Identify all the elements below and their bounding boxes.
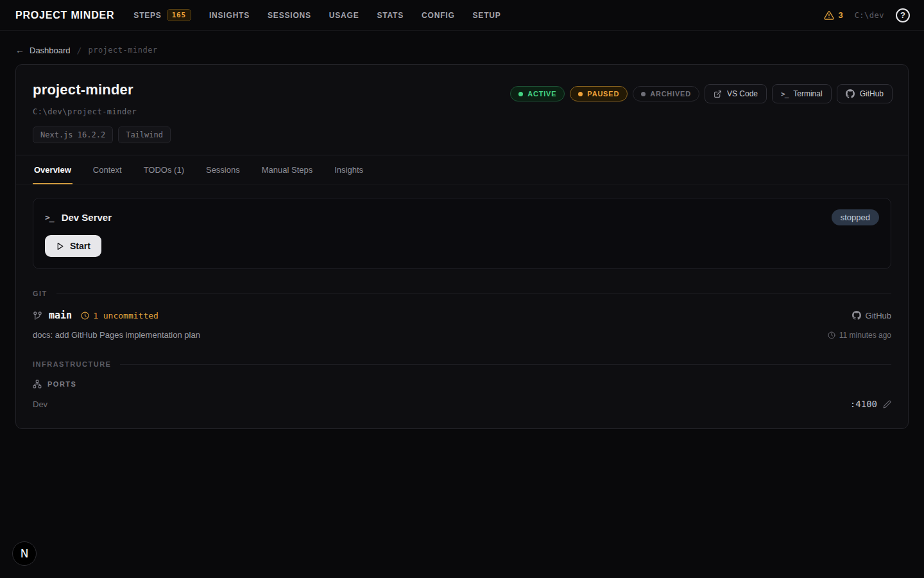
- project-path: C:\dev\project-minder: [33, 107, 171, 116]
- app-logo: PROJECT MINDER: [15, 10, 114, 21]
- status-dot-icon: [578, 92, 583, 96]
- latest-commit-row: docs: add GitHub Pages implementation pl…: [33, 330, 891, 340]
- tech-badge-tailwind: Tailwind: [118, 127, 171, 143]
- steps-count-badge: 165: [167, 9, 191, 21]
- tab-manual-steps[interactable]: Manual Steps: [261, 155, 314, 184]
- project-identity: project-minder C:\dev\project-minder Nex…: [33, 82, 171, 143]
- dev-server-title: Dev Server: [62, 212, 112, 223]
- status-dot-icon: [518, 92, 523, 96]
- open-vscode-button[interactable]: VS Code: [705, 84, 767, 103]
- cwd-path: C:\dev: [855, 11, 884, 20]
- terminal-icon: >_: [45, 213, 54, 222]
- nav-item-config[interactable]: CONFIG: [422, 11, 454, 20]
- dev-server-header: >_ Dev Server stopped: [45, 209, 879, 225]
- dev-server-title-group: >_ Dev Server: [45, 212, 112, 223]
- git-section-header: GIT: [33, 290, 891, 297]
- nav-item-label: STEPS: [133, 11, 161, 20]
- nav-item-insights[interactable]: INSIGHTS: [209, 11, 250, 20]
- git-branch-row: main 1 uncommitted GitHub: [33, 310, 891, 321]
- status-toggle-paused[interactable]: PAUSED: [570, 86, 628, 101]
- github-remote-label: GitHub: [866, 311, 891, 320]
- commit-time-label: 11 minutes ago: [839, 331, 891, 340]
- question-mark-icon: ?: [900, 10, 905, 20]
- infrastructure-section-label: INFRASTRUCTURE: [33, 360, 111, 368]
- network-ports-icon: [33, 380, 42, 389]
- git-branch-name: main: [49, 310, 72, 321]
- tab-insights[interactable]: Insights: [333, 155, 364, 184]
- dev-server-card: >_ Dev Server stopped Start: [33, 198, 891, 269]
- breadcrumb-back-label: Dashboard: [30, 46, 71, 55]
- github-icon: [852, 311, 861, 320]
- breadcrumb: ← Dashboard / project-minder: [0, 31, 924, 64]
- start-server-button[interactable]: Start: [45, 235, 101, 257]
- github-button-label: GitHub: [860, 89, 884, 98]
- section-divider: [120, 364, 891, 365]
- nextjs-devtools-button[interactable]: N: [12, 541, 37, 566]
- project-card-header: project-minder C:\dev\project-minder Nex…: [16, 65, 908, 155]
- terminal-icon: >_: [781, 90, 788, 98]
- pencil-icon: [883, 400, 891, 408]
- arrow-left-icon: ←: [15, 45, 24, 55]
- port-value-group: :4100: [850, 399, 891, 409]
- status-label: PAUSED: [587, 90, 619, 98]
- start-button-label: Start: [70, 241, 90, 251]
- clock-icon: [828, 331, 835, 339]
- dev-server-status-badge: stopped: [832, 209, 879, 225]
- topbar-right: 3 C:\dev ?: [824, 8, 910, 22]
- github-remote-link[interactable]: GitHub: [852, 311, 891, 320]
- ports-label: PORTS: [47, 380, 76, 388]
- breadcrumb-current: project-minder: [88, 46, 157, 55]
- port-row-dev: Dev :4100: [33, 399, 891, 409]
- ports-header: PORTS: [33, 380, 891, 389]
- nav-item-sessions[interactable]: SESSIONS: [268, 11, 311, 20]
- external-link-icon: [714, 90, 722, 98]
- port-name: Dev: [33, 399, 47, 409]
- tech-badge-nextjs: Next.js 16.2.2: [33, 127, 113, 143]
- git-branch-icon: [33, 311, 42, 320]
- status-toggle-archived[interactable]: ARCHIVED: [633, 86, 699, 101]
- tab-bar: Overview Context TODOs (1) Sessions Manu…: [16, 155, 908, 185]
- top-bar: PROJECT MINDER STEPS 165 INSIGHTS SESSIO…: [0, 0, 924, 31]
- status-dot-icon: [641, 92, 646, 96]
- status-toggle-active[interactable]: ACTIVE: [510, 86, 565, 101]
- status-label: ACTIVE: [527, 90, 556, 98]
- breadcrumb-separator: /: [77, 46, 82, 55]
- nav-item-steps[interactable]: STEPS 165: [133, 9, 191, 21]
- vscode-button-label: VS Code: [727, 89, 758, 98]
- commit-timestamp: 11 minutes ago: [828, 331, 891, 340]
- commit-message: docs: add GitHub Pages implementation pl…: [33, 330, 200, 340]
- tab-todos[interactable]: TODOs (1): [142, 155, 185, 184]
- infrastructure-section-header: INFRASTRUCTURE: [33, 360, 891, 368]
- main-nav: STEPS 165 INSIGHTS SESSIONS USAGE STATS …: [133, 9, 824, 21]
- nextjs-logo-icon: N: [21, 547, 29, 560]
- github-icon: [846, 89, 855, 98]
- edit-port-button[interactable]: [883, 400, 891, 408]
- page-title: project-minder: [33, 82, 171, 98]
- nav-item-stats[interactable]: STATS: [377, 11, 404, 20]
- nav-item-setup[interactable]: SETUP: [473, 11, 501, 20]
- breadcrumb-back-link[interactable]: ← Dashboard: [15, 45, 71, 55]
- header-actions: ACTIVE PAUSED ARCHIVED VS Code >_ Termin…: [510, 82, 893, 103]
- tab-sessions[interactable]: Sessions: [205, 155, 241, 184]
- clock-icon: [81, 311, 89, 320]
- section-divider: [56, 293, 891, 294]
- open-terminal-button[interactable]: >_ Terminal: [772, 84, 832, 103]
- warning-count: 3: [838, 10, 843, 20]
- play-icon: [56, 242, 64, 250]
- warnings-indicator[interactable]: 3: [824, 10, 843, 21]
- tech-badges: Next.js 16.2.2 Tailwind: [33, 127, 171, 143]
- warning-triangle-icon: [824, 10, 834, 21]
- terminal-button-label: Terminal: [793, 89, 822, 98]
- overview-tab-content: >_ Dev Server stopped Start GIT: [16, 185, 908, 428]
- nav-item-usage[interactable]: USAGE: [329, 11, 359, 20]
- help-button[interactable]: ?: [896, 8, 910, 22]
- status-label: ARCHIVED: [650, 90, 691, 98]
- uncommitted-indicator: 1 uncommitted: [81, 311, 158, 320]
- uncommitted-count-label: 1 uncommitted: [93, 311, 158, 320]
- open-github-button[interactable]: GitHub: [837, 84, 893, 103]
- tab-context[interactable]: Context: [92, 155, 123, 184]
- tab-overview[interactable]: Overview: [33, 155, 73, 184]
- project-card: project-minder C:\dev\project-minder Nex…: [15, 64, 909, 429]
- git-branch-info: main 1 uncommitted: [33, 310, 158, 321]
- git-section-label: GIT: [33, 290, 47, 297]
